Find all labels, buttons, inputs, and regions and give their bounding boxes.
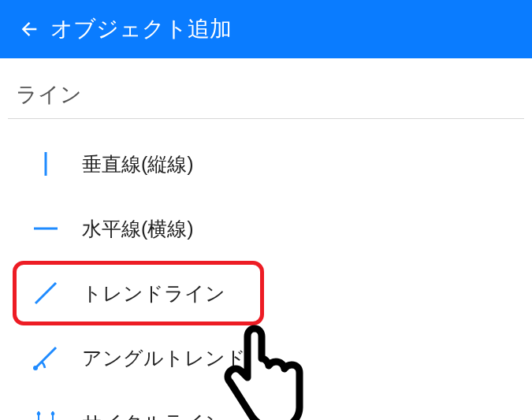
vertical-line-icon [27,145,65,183]
cycle-line-icon [27,403,65,420]
back-arrow-icon [18,18,40,40]
line-list: 垂直線(縦線) 水平線(横線) トレンドライン [8,128,524,420]
list-item-label: 水平線(横線) [82,216,194,242]
trend-line-icon [27,274,65,312]
horizontal-line-icon [27,210,65,247]
svg-point-3 [33,366,38,370]
section-header: ライン [8,80,524,119]
list-item-label: アングルトレンド [82,345,246,371]
page-title: オブジェクト追加 [50,14,232,44]
list-item-trend-line[interactable]: トレンドライン [8,261,524,325]
list-item-label: サイクルライン [82,410,225,421]
angle-trend-icon [27,339,65,377]
list-item-vertical-line[interactable]: 垂直線(縦線) [8,132,524,196]
list-item-horizontal-line[interactable]: 水平線(横線) [8,196,524,261]
svg-line-2 [35,283,56,303]
list-item-angle-trend[interactable]: アングルトレンド [8,325,524,390]
list-item-label: トレンドライン [82,281,225,307]
app-header: オブジェクト追加 [0,0,532,58]
content-area: ライン 垂直線(縦線) 水平線(横線) トレンドライン [0,58,532,420]
list-item-label: 垂直線(縦線) [82,151,194,177]
back-button[interactable] [14,14,44,44]
list-item-cycle-line[interactable]: サイクルライン [8,390,524,420]
